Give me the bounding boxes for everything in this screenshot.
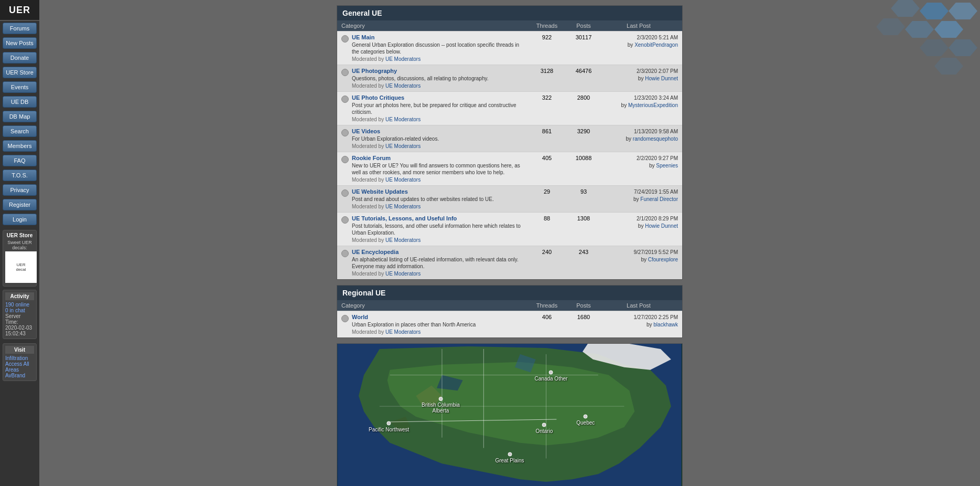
forum-title-link[interactable]: Rookie Forum <box>352 155 391 161</box>
regional-col-threads: Threads <box>526 302 568 309</box>
regional-col-posts: Posts <box>568 302 599 309</box>
visit-avbrand[interactable]: AvBrand <box>5 373 34 378</box>
forum-status-icon <box>341 189 349 197</box>
moderator-link[interactable]: UE Moderators <box>385 237 421 243</box>
forum-info: UE Website Updates Post and read about u… <box>352 188 526 209</box>
forum-last-post: 2/3/2020 5:21 AMby XenobitPendragon <box>599 34 678 49</box>
moderator-link[interactable]: UE Moderators <box>385 83 421 89</box>
activity-online[interactable]: 190 online <box>5 302 34 308</box>
forum-description: Post tutorials, lessons, and other usefu… <box>352 223 526 236</box>
last-post-user-link[interactable]: Cfourexplore <box>648 257 678 262</box>
forum-info: UE Photography Questions, photos, discus… <box>352 68 526 89</box>
nav-search[interactable]: Search <box>3 125 37 137</box>
map-region-name: Great Plains <box>495 457 524 463</box>
moderator-link[interactable]: UE Moderators <box>385 56 421 62</box>
forum-last-post: 2/1/2020 8:29 PMby Howie Dunnet <box>599 215 678 230</box>
forum-title-link[interactable]: UE Photo Critiques <box>352 94 404 101</box>
forum-status-icon <box>341 69 349 76</box>
forum-last-post: 9/27/2019 5:52 PMby Cfourexplore <box>599 249 678 263</box>
map-region-name: Quebec <box>576 419 595 425</box>
forum-thread-count: 88 <box>526 215 568 221</box>
forum-title-link[interactable]: UE Tutorials, Lessons, and Useful Info <box>352 215 457 221</box>
last-post-user-link[interactable]: Funeral Director <box>640 196 678 202</box>
forum-title-link[interactable]: UE Encyclopedia <box>352 249 399 255</box>
forum-description: Questions, photos, discussions, all rela… <box>352 75 526 82</box>
nav-members[interactable]: Members <box>3 140 37 152</box>
store-image[interactable]: UERdecal <box>5 251 37 283</box>
nav-uer-store[interactable]: UER Store <box>3 67 37 78</box>
main-content: General UE Category Threads Posts Last P… <box>39 0 980 486</box>
forum-title-link[interactable]: UE Website Updates <box>352 188 408 195</box>
forum-post-count: 93 <box>568 188 599 195</box>
forum-last-post: 2/2/2020 9:27 PMby Speenies <box>599 155 678 170</box>
moderator-link[interactable]: UE Moderators <box>385 177 421 183</box>
last-post-user-link[interactable]: randomesquephoto <box>633 136 678 142</box>
forum-thread-count: 322 <box>526 94 568 101</box>
forum-title-link[interactable]: UE Main <box>352 34 374 40</box>
forum-info: UE Main General Urban Exploration discus… <box>352 34 526 62</box>
activity-section: Activity 190 online 0 in chat Server Tim… <box>3 290 37 339</box>
nav-events[interactable]: Events <box>3 81 37 93</box>
visit-infiltration[interactable]: Infiltration <box>5 355 34 361</box>
nav-privacy[interactable]: Privacy <box>3 184 37 196</box>
nav-new-posts[interactable]: New Posts <box>3 37 37 49</box>
forum-info: World Urban Exploration in places other … <box>352 314 526 335</box>
nav-forums[interactable]: Forums <box>3 23 37 34</box>
forum-moderated-by: Moderated by UE Moderators <box>352 204 526 209</box>
moderator-link[interactable]: UE Moderators <box>385 271 421 277</box>
map-region-label[interactable]: British Columbia Alberta <box>422 397 460 414</box>
map-dot <box>508 452 512 456</box>
forum-moderated-by: Moderated by UE Moderators <box>352 117 526 122</box>
moderator-link[interactable]: UE Moderators <box>385 204 421 209</box>
last-post-user-link[interactable]: blackhawk <box>653 322 678 327</box>
last-post-user-link[interactable]: XenobitPendragon <box>634 42 678 48</box>
nav-faq[interactable]: FAQ <box>3 155 37 166</box>
moderator-link[interactable]: UE Moderators <box>385 143 421 149</box>
last-post-user-link[interactable]: Howie Dunnet <box>645 76 678 81</box>
forum-post-count: 46476 <box>568 68 599 74</box>
regional-ue-rows: World Urban Exploration in places other … <box>337 311 682 337</box>
activity-in-chat[interactable]: 0 in chat <box>5 308 34 313</box>
forum-post-count: 10088 <box>568 155 599 161</box>
forum-thread-count: 406 <box>526 314 568 320</box>
forum-post-count: 1680 <box>568 314 599 320</box>
nav-tos[interactable]: T.O.S. <box>3 170 37 181</box>
map-container: Canada OtherBritish Columbia AlbertaPaci… <box>337 343 683 486</box>
col-threads: Threads <box>526 23 568 29</box>
nav-donate[interactable]: Donate <box>3 52 37 64</box>
map-region-label[interactable]: Quebec <box>576 414 595 425</box>
nav-db-map[interactable]: DB Map <box>3 111 37 122</box>
nav-ue-db[interactable]: UE DB <box>3 96 37 108</box>
map-region-name: British Columbia Alberta <box>422 402 460 414</box>
last-post-user-link[interactable]: Howie Dunnet <box>645 223 678 229</box>
forum-post-count: 2800 <box>568 94 599 101</box>
nav-register[interactable]: Register <box>3 199 37 210</box>
map-region-label[interactable]: Ontario <box>535 423 553 434</box>
forum-description: Urban Exploration in places other than N… <box>352 321 526 328</box>
last-post-user-link[interactable]: MysteriousExpedition <box>628 102 678 108</box>
forum-status-icon <box>341 96 349 103</box>
forum-description: An alphabetical listing of UE-related in… <box>352 256 526 270</box>
forum-post-count: 243 <box>568 249 599 255</box>
forum-thread-count: 29 <box>526 188 568 195</box>
map-dot <box>438 397 443 401</box>
moderator-link[interactable]: UE Moderators <box>385 117 421 122</box>
forum-thread-count: 861 <box>526 128 568 134</box>
forum-description: Post your art photos here, but be prepar… <box>352 102 526 115</box>
store-title: UER Store <box>5 233 34 238</box>
forum-status-icon <box>341 216 349 224</box>
forum-thread-count: 240 <box>526 249 568 255</box>
map-region-label[interactable]: Great Plains <box>495 452 524 463</box>
forum-info: UE Tutorials, Lessons, and Useful Info P… <box>352 215 526 243</box>
forum-description: General Urban Exploration discussion -- … <box>352 41 526 55</box>
map-region-label[interactable]: Canada Other <box>535 371 568 382</box>
moderator-link[interactable]: UE Moderators <box>385 329 421 335</box>
last-post-user-link[interactable]: Speenies <box>656 163 678 168</box>
forum-title-link[interactable]: World <box>352 314 368 320</box>
nav-login[interactable]: Login <box>3 214 37 225</box>
visit-access-all-areas[interactable]: Access All Areas <box>5 361 34 373</box>
map-region-label[interactable]: Pacific Northwest <box>369 421 409 432</box>
forum-last-post: 1/13/2020 9:58 AMby randomesquephoto <box>599 128 678 143</box>
forum-title-link[interactable]: UE Photography <box>352 68 397 74</box>
forum-title-link[interactable]: UE Videos <box>352 128 380 134</box>
